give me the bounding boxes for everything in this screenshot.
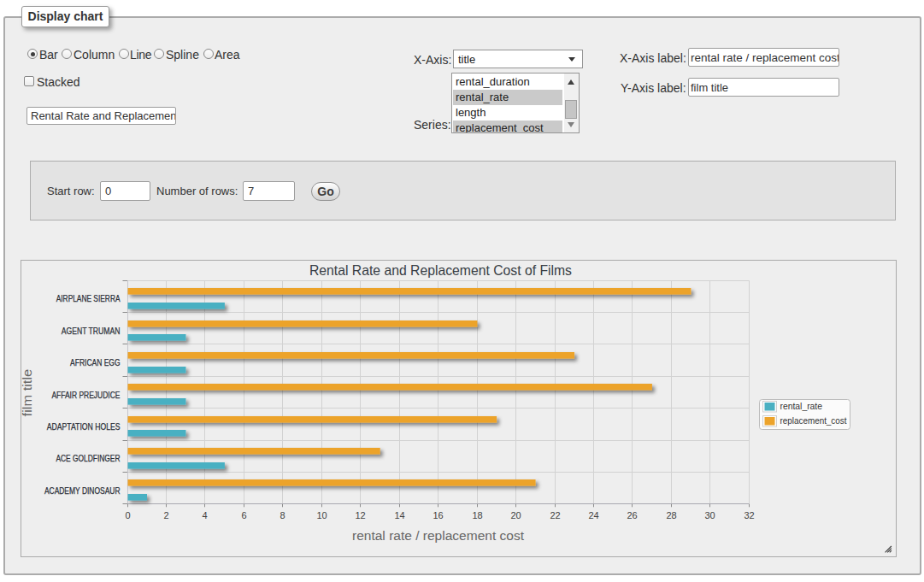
svg-text:rental rate / replacement cost: rental rate / replacement cost [352, 528, 525, 543]
svg-text:10: 10 [316, 510, 327, 520]
svg-text:24: 24 [588, 510, 598, 520]
svg-text:4: 4 [202, 510, 207, 520]
svg-text:18: 18 [472, 510, 482, 520]
svg-text:8: 8 [280, 510, 285, 520]
svg-text:rental_rate: rental_rate [780, 401, 823, 411]
svg-text:ACE GOLDFINGER: ACE GOLDFINGER [56, 453, 120, 463]
svg-text:6: 6 [241, 510, 246, 520]
svg-text:30: 30 [704, 510, 715, 520]
svg-text:2: 2 [163, 510, 168, 520]
svg-text:ADAPTATION HOLES: ADAPTATION HOLES [47, 421, 121, 432]
svg-text:22: 22 [550, 510, 560, 520]
svg-text:AIRPLANE SIERRA: AIRPLANE SIERRA [56, 293, 121, 303]
svg-text:0: 0 [125, 510, 130, 520]
svg-text:20: 20 [510, 510, 521, 520]
svg-text:film title: film title [21, 369, 34, 417]
svg-text:12: 12 [355, 510, 365, 520]
svg-text:14: 14 [394, 510, 404, 520]
svg-text:26: 26 [627, 510, 637, 520]
svg-text:ACADEMY DINOSAUR: ACADEMY DINOSAUR [44, 485, 121, 496]
svg-text:AFRICAN EGG: AFRICAN EGG [70, 357, 120, 367]
svg-text:Rental Rate and Replacement Co: Rental Rate and Replacement Cost of Film… [309, 262, 572, 278]
svg-text:16: 16 [433, 510, 443, 520]
svg-text:28: 28 [666, 510, 676, 520]
svg-text:replacement_cost: replacement_cost [780, 415, 848, 426]
svg-text:AGENT TRUMAN: AGENT TRUMAN [62, 326, 121, 336]
svg-text:AFFAIR PREJUDICE: AFFAIR PREJUDICE [51, 390, 120, 400]
svg-text:32: 32 [744, 510, 754, 520]
